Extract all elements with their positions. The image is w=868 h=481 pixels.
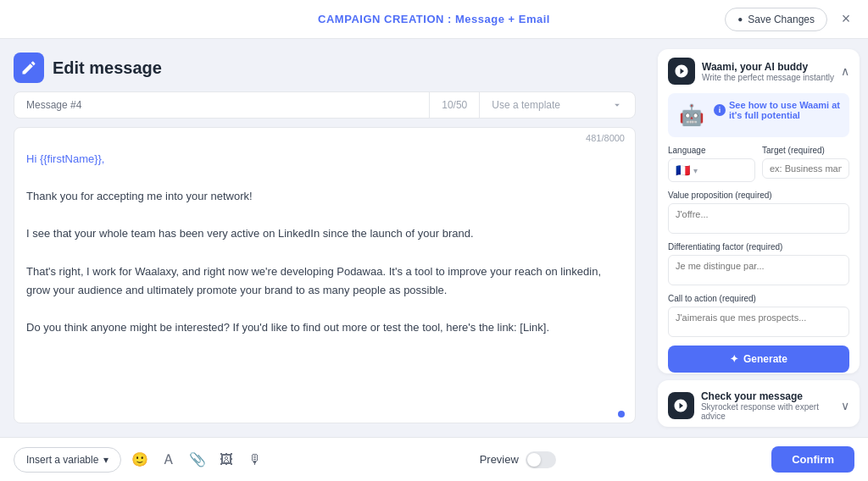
check-card-header[interactable]: Check your message Skyrocket response wi… xyxy=(658,380,860,427)
message-editor[interactable]: 481/8000 Hi {{firstName}}, Thank you for… xyxy=(14,127,636,423)
differentiating-label: Differentiating factor (required) xyxy=(668,242,849,252)
language-select[interactable]: 🇫🇷 ▾ xyxy=(668,158,755,182)
language-group: Language 🇫🇷 ▾ xyxy=(668,146,755,182)
call-to-action-label: Call to action (required) xyxy=(668,294,849,303)
preview-label: Preview xyxy=(480,453,519,466)
insert-chevron-icon: ▾ xyxy=(103,454,108,466)
scroll-dot xyxy=(618,411,625,417)
check-icon xyxy=(673,398,688,413)
edit-message-title: Edit message xyxy=(53,58,162,78)
message-line-1: Thank you for accepting me into your net… xyxy=(26,187,623,206)
call-to-action-input[interactable] xyxy=(668,307,849,337)
message-char-count: 10/50 xyxy=(430,92,480,118)
waami-icon-box xyxy=(668,58,695,85)
close-button[interactable]: × xyxy=(834,8,858,31)
star-icon: ✦ xyxy=(730,353,738,365)
toolbar-icons: 🙂 Ꭺ 📎 🖼 🎙 xyxy=(131,451,264,468)
nav-title: CAMPAIGN CREATION : Message + Email xyxy=(318,13,550,25)
save-changes-button[interactable]: ● Save Changes xyxy=(725,8,827,31)
right-panel: Waami, your AI buddy Write the perfect m… xyxy=(649,39,868,437)
edit-icon xyxy=(20,59,37,76)
check-titles: Check your message Skyrocket response wi… xyxy=(701,390,841,421)
dot-indicator xyxy=(14,406,635,423)
preview-toggle[interactable] xyxy=(526,451,556,468)
waami-card: Waami, your AI buddy Write the perfect m… xyxy=(658,49,860,373)
generate-button[interactable]: ✦ Generate xyxy=(668,346,849,373)
check-message-card: Check your message Skyrocket response wi… xyxy=(658,380,860,427)
message-label: Message #4 xyxy=(14,92,430,118)
waami-titles: Waami, your AI buddy Write the perfect m… xyxy=(702,61,834,82)
insert-variable-button[interactable]: Insert a variable ▾ xyxy=(14,447,121,473)
waami-link-text: See how to use Waami at it's full potent… xyxy=(729,100,841,120)
emoji-icon[interactable]: 🙂 xyxy=(131,451,148,468)
differentiating-input[interactable] xyxy=(668,255,849,285)
waami-banner: 🤖 i See how to use Waami at it's full po… xyxy=(668,93,849,137)
check-card-subtitle: Skyrocket response with expert advice xyxy=(701,402,841,421)
check-card-title: Check your message xyxy=(701,390,841,402)
nav-subtitle: Message + Email xyxy=(455,13,550,25)
message-meta-bar: Message #4 10/50 Use a template xyxy=(14,91,636,119)
value-proposition-label: Value proposition (required) xyxy=(668,191,849,200)
edit-message-header: Edit message xyxy=(14,53,636,83)
waami-card-body: 🤖 i See how to use Waami at it's full po… xyxy=(658,93,860,373)
audio-icon[interactable]: 🎙 xyxy=(247,451,264,468)
toolbar-left: Insert a variable ▾ 🙂 Ꭺ 📎 🖼 🎙 xyxy=(14,447,264,473)
main-content: Edit message Message #4 10/50 Use a temp… xyxy=(0,39,868,437)
target-input[interactable] xyxy=(762,158,849,179)
left-panel: Edit message Message #4 10/50 Use a temp… xyxy=(0,39,649,437)
flag-icon: 🇫🇷 xyxy=(676,163,690,177)
text-format-icon[interactable]: Ꭺ xyxy=(160,451,177,468)
waami-card-header[interactable]: Waami, your AI buddy Write the perfect m… xyxy=(658,49,860,93)
waami-chevron-icon: ∧ xyxy=(841,64,849,78)
nav-actions: ● Save Changes × xyxy=(725,8,858,31)
bottom-toolbar: Insert a variable ▾ 🙂 Ꭺ 📎 🖼 🎙 Preview Co… xyxy=(0,437,868,481)
confirm-button[interactable]: Confirm xyxy=(771,446,854,473)
value-proposition-group: Value proposition (required) xyxy=(668,191,849,234)
check-icon-box xyxy=(668,392,694,419)
language-target-row: Language 🇫🇷 ▾ Target (required) xyxy=(668,146,849,182)
save-changes-label: Save Changes xyxy=(748,14,815,25)
template-select[interactable]: Use a template xyxy=(480,92,635,118)
value-proposition-input[interactable] xyxy=(668,203,849,234)
target-group: Target (required) xyxy=(762,146,849,182)
insert-variable-label: Insert a variable xyxy=(26,454,98,466)
message-line-4: Do you think anyone might be interested?… xyxy=(26,318,623,337)
message-line-2: I see that your whole team has been very… xyxy=(26,224,623,243)
waami-header-left: Waami, your AI buddy Write the perfect m… xyxy=(668,58,834,85)
waami-banner-text: i See how to use Waami at it's full pote… xyxy=(714,100,841,120)
waami-subtitle: Write the perfect message instantly xyxy=(702,73,834,82)
waami-icon xyxy=(674,64,689,79)
call-to-action-group: Call to action (required) xyxy=(668,294,849,337)
template-placeholder: Use a template xyxy=(492,99,560,111)
firstname-variable: Hi {{firstName}}, xyxy=(26,152,105,165)
message-body[interactable]: Hi {{firstName}}, Thank you for acceptin… xyxy=(14,143,635,406)
check-chevron-icon: ∨ xyxy=(841,399,849,412)
info-icon: i xyxy=(714,104,726,116)
robot-icon: 🤖 xyxy=(676,100,707,130)
lang-chevron-icon: ▾ xyxy=(693,166,698,175)
image-icon[interactable]: 🖼 xyxy=(218,451,235,468)
message-line-3: That's right, I work for Waalaxy, and ri… xyxy=(26,263,623,300)
waami-title: Waami, your AI buddy xyxy=(702,61,834,73)
edit-icon-box xyxy=(14,53,44,83)
attachment-icon[interactable]: 📎 xyxy=(189,451,206,468)
preview-section: Preview xyxy=(480,451,556,468)
target-label: Target (required) xyxy=(762,146,849,155)
differentiating-group: Differentiating factor (required) xyxy=(668,242,849,285)
nav-title-text: CAMPAIGN CREATION : xyxy=(318,13,452,25)
language-label: Language xyxy=(668,146,755,155)
generate-label: Generate xyxy=(743,353,787,365)
check-header-left: Check your message Skyrocket response wi… xyxy=(668,390,841,421)
chevron-down-icon xyxy=(611,99,623,111)
editor-char-count: 481/8000 xyxy=(14,128,635,143)
waami-banner-link[interactable]: i See how to use Waami at it's full pote… xyxy=(714,100,841,120)
top-nav: CAMPAIGN CREATION : Message + Email ● Sa… xyxy=(0,0,868,39)
